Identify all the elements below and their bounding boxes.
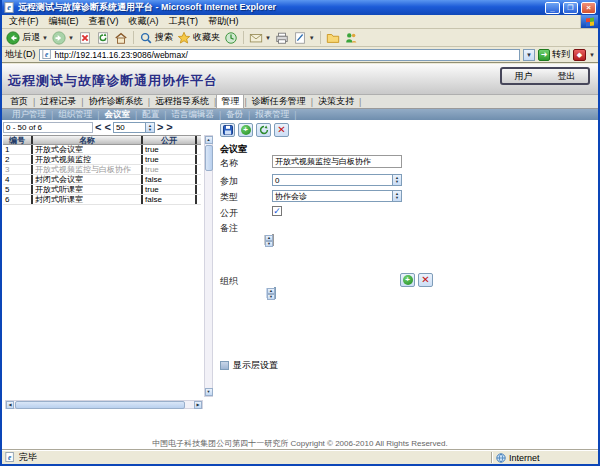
- public-checkbox[interactable]: ✓: [272, 206, 282, 216]
- subnav-separator: |: [293, 110, 297, 120]
- subnav-item-4[interactable]: 配置: [138, 109, 163, 121]
- addon-icon[interactable]: ◆: [573, 49, 586, 61]
- add-button[interactable]: +: [238, 123, 253, 137]
- scroll-down-icon[interactable]: ▼: [205, 388, 213, 396]
- status-bar: e 完毕 Internet: [2, 450, 598, 464]
- cell-public: false: [141, 195, 197, 204]
- nav-item-1[interactable]: 首页: [6, 95, 32, 108]
- menu-item[interactable]: 查看(V): [84, 15, 124, 28]
- nav-item-5[interactable]: 管理: [217, 95, 243, 108]
- mail-dropdown-icon[interactable]: ▼: [265, 35, 271, 41]
- back-dropdown-icon[interactable]: ▼: [42, 35, 48, 41]
- save-icon: [223, 125, 233, 135]
- spinner-arrows-icon[interactable]: ▲▼: [392, 175, 401, 185]
- discuss-button[interactable]: [325, 31, 341, 45]
- menu-item[interactable]: 工具(T): [164, 15, 204, 28]
- scroll-up-icon[interactable]: ▲: [205, 136, 213, 144]
- scroll-thumb[interactable]: [205, 145, 213, 171]
- refresh-form-button[interactable]: [256, 123, 271, 137]
- print-button[interactable]: [274, 31, 290, 45]
- textarea-scrollbar[interactable]: ▲ ▼: [264, 235, 273, 245]
- display-layer-checkbox[interactable]: [220, 361, 229, 370]
- org-delete-button[interactable]: ✕: [418, 273, 433, 287]
- cell-public: true: [141, 165, 197, 174]
- stop-button[interactable]: [77, 31, 93, 45]
- org-add-button[interactable]: +: [400, 273, 415, 287]
- subnav-item-2[interactable]: 组织管理: [54, 109, 96, 121]
- plus-icon: +: [403, 275, 413, 285]
- next-page-button[interactable]: >: [156, 122, 164, 133]
- save-button[interactable]: [220, 123, 235, 137]
- forward-dropdown-icon[interactable]: ▼: [68, 35, 74, 41]
- addon-dropdown-icon[interactable]: ▼: [589, 52, 595, 58]
- mail-button[interactable]: ▼: [248, 31, 272, 45]
- search-button[interactable]: 搜索: [138, 31, 174, 45]
- subnav-item-1[interactable]: 用户管理: [8, 109, 50, 121]
- address-url: http://192.141.16.23:9086/webmax/: [55, 50, 188, 60]
- prev-page-button[interactable]: <: [103, 122, 111, 133]
- messenger-button[interactable]: [343, 31, 359, 45]
- table-row[interactable]: 4封闭式会议室false: [3, 175, 201, 185]
- table-horizontal-scrollbar[interactable]: ◀ ▶: [5, 400, 203, 409]
- menu-item[interactable]: 编辑(E): [44, 15, 84, 28]
- menu-item[interactable]: 帮助(H): [203, 15, 244, 28]
- cell-name: 开放式视频监控: [31, 155, 141, 164]
- remark-textarea[interactable]: ▲ ▼: [272, 234, 274, 246]
- scroll-thumb[interactable]: [15, 401, 185, 409]
- stop-icon: [78, 31, 92, 45]
- history-button[interactable]: [223, 31, 239, 45]
- scroll-left-icon[interactable]: ◀: [6, 401, 14, 409]
- spinner-arrows-icon[interactable]: ▲▼: [145, 123, 154, 132]
- subnav-item-5[interactable]: 语言编辑器: [167, 109, 218, 121]
- refresh-icon: [96, 31, 110, 45]
- join-spinner[interactable]: 0 ▲▼: [272, 174, 402, 186]
- nav-item-3[interactable]: 协作诊断系统: [85, 95, 147, 108]
- type-value: 协作会诊: [273, 191, 392, 202]
- nav-item-7[interactable]: 决策支持: [314, 95, 358, 108]
- logout-button[interactable]: 登出: [554, 70, 580, 83]
- first-page-button[interactable]: <: [94, 122, 102, 133]
- nav-item-6[interactable]: 诊断任务管理: [248, 95, 310, 108]
- scroll-right-icon[interactable]: ▶: [194, 401, 202, 409]
- page-size-spinner[interactable]: 50 ▲▼: [113, 122, 155, 133]
- listbox-scrollbar[interactable]: ▲ ▼: [266, 288, 275, 298]
- nav-item-4[interactable]: 远程指导系统: [151, 95, 213, 108]
- go-button[interactable]: ➜ 转到: [538, 48, 570, 61]
- subnav-item-3[interactable]: 会议室: [100, 109, 134, 121]
- address-dropdown-icon[interactable]: ▼: [523, 49, 535, 61]
- name-input[interactable]: 开放式视频监控与白板协作: [272, 155, 402, 168]
- subnav-item-7[interactable]: 报表管理: [251, 109, 293, 121]
- table-row[interactable]: 2开放式视频监控true: [3, 155, 201, 165]
- menu-item[interactable]: 收藏(A): [124, 15, 164, 28]
- spinner-arrows-icon[interactable]: ▲▼: [392, 191, 401, 201]
- favorites-button[interactable]: 收藏夹: [176, 31, 221, 45]
- org-listbox[interactable]: ▲ ▼: [274, 287, 276, 299]
- minimize-button[interactable]: _: [545, 2, 560, 14]
- back-button[interactable]: 后退 ▼: [5, 31, 49, 45]
- address-input[interactable]: e http://192.141.16.23:9086/webmax/: [39, 49, 521, 61]
- toolbar-separator: [320, 31, 321, 44]
- refresh-button[interactable]: [95, 31, 111, 45]
- home-button[interactable]: [113, 31, 129, 45]
- menu-item[interactable]: 文件(F): [4, 15, 44, 28]
- table-vertical-scrollbar[interactable]: ▲ ▼: [204, 135, 213, 397]
- nav-item-2[interactable]: 过程记录: [36, 95, 80, 108]
- last-page-button[interactable]: >: [165, 122, 173, 133]
- table-row[interactable]: 5开放式听课室true: [3, 185, 201, 195]
- messenger-icon: [344, 31, 358, 45]
- table-row[interactable]: 1开放式会议室true: [3, 145, 201, 155]
- delete-button[interactable]: ✕: [274, 123, 289, 137]
- subnav-item-6[interactable]: 备份: [222, 109, 247, 121]
- edit-button[interactable]: ▼: [292, 31, 316, 45]
- forward-button[interactable]: ▼: [51, 31, 75, 45]
- table-row[interactable]: 3开放式视频监控与白板协作true: [3, 165, 201, 175]
- close-button[interactable]: ×: [581, 2, 596, 14]
- type-select[interactable]: 协作会诊 ▲▼: [272, 190, 402, 202]
- scroll-down-icon[interactable]: ▼: [265, 241, 273, 247]
- edit-dropdown-icon[interactable]: ▼: [309, 35, 315, 41]
- address-label: 地址(D): [5, 48, 36, 61]
- user-button[interactable]: 用户: [511, 70, 537, 83]
- scroll-down-icon[interactable]: ▼: [267, 294, 275, 300]
- table-row[interactable]: 6封闭式听课室false: [3, 195, 201, 205]
- maximize-button[interactable]: ❐: [563, 2, 578, 14]
